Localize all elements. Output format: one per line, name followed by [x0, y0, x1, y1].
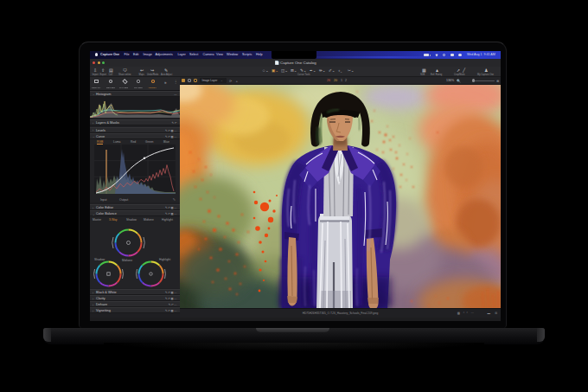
svg-text:Midtone: Midtone: [122, 259, 132, 262]
svg-text:Highlight: Highlight: [159, 257, 170, 260]
svg-text:Shadow: Shadow: [94, 257, 105, 260]
